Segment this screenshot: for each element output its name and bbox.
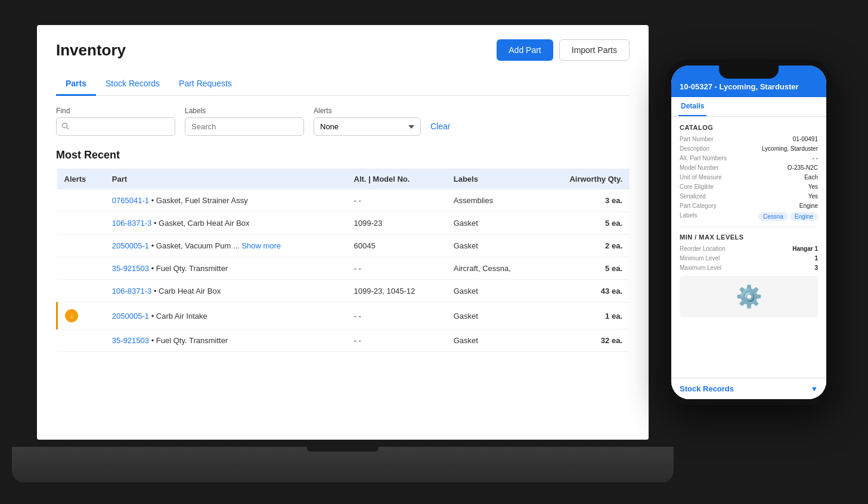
cell-part: 35-921503 • Fuel Qty. Transmitter bbox=[105, 257, 347, 280]
cell-alt-model: 1099-23, 1045-12 bbox=[347, 280, 447, 303]
cell-labels: Gasket bbox=[447, 235, 541, 257]
col-labels: Labels bbox=[447, 169, 541, 189]
table-body: 0765041-1 • Gasket, Fuel Strainer Assy- … bbox=[57, 189, 630, 352]
catalog-divider bbox=[680, 227, 818, 228]
table-row: 35-921503 • Fuel Qty. Transmitter- -Gask… bbox=[57, 329, 630, 352]
cell-qty: 2 ea. bbox=[541, 235, 630, 257]
catalog-field-label: Labels bbox=[680, 212, 697, 221]
col-qty: Airworthy Qty. bbox=[541, 169, 630, 189]
catalog-field-label: Serialized bbox=[680, 193, 706, 200]
part-number-link[interactable]: 2050005-1 bbox=[112, 312, 149, 321]
catalog-field-row: SerializedYes bbox=[680, 193, 818, 200]
find-field: Find bbox=[56, 107, 175, 136]
cell-labels: Gasket bbox=[447, 212, 541, 235]
stock-records-select[interactable]: Stock Records ▼ bbox=[680, 384, 818, 393]
minmax-field-label: Maximum Level bbox=[680, 265, 721, 271]
phone-tab-details[interactable]: Details bbox=[678, 97, 706, 116]
table-row: 106-8371-3 • Carb Heat Air Box1099-23, 1… bbox=[57, 280, 630, 303]
cell-labels: Assemblies bbox=[447, 189, 541, 212]
laptop-device: Inventory Add Part Import Parts Parts St… bbox=[30, 18, 656, 483]
cell-alt-model: - - bbox=[347, 303, 447, 329]
table-row: 35-921503 • Fuel Qty. Transmitter- -Airc… bbox=[57, 257, 630, 280]
part-number-link[interactable]: 35-921503 bbox=[112, 264, 149, 273]
part-number-link[interactable]: 2050005-1 bbox=[112, 241, 149, 250]
cell-labels: Aircraft, Cessna, bbox=[447, 257, 541, 280]
cell-labels: Gasket bbox=[447, 303, 541, 329]
cell-alert bbox=[57, 189, 105, 212]
cell-alt-model: 1099-23 bbox=[347, 212, 447, 235]
app-content: Inventory Add Part Import Parts Parts St… bbox=[37, 25, 649, 440]
phone-content: Catalog Part Number01-00491DescriptionLy… bbox=[671, 117, 826, 378]
cell-part: 106-8371-3 • Gasket, Carb Heat Air Box bbox=[105, 212, 347, 235]
phone-footer[interactable]: Stock Records ▼ bbox=[671, 378, 826, 399]
labels-input[interactable] bbox=[185, 117, 304, 136]
phone-tab-bar: Details bbox=[671, 97, 826, 117]
phone-device: 10-05327 - Lycoming, Starduster Details … bbox=[665, 60, 832, 405]
cell-alt-model: 60045 bbox=[347, 235, 447, 257]
cell-alert bbox=[57, 257, 105, 280]
cell-qty: 3 ea. bbox=[541, 189, 630, 212]
phone-header-title: 10-05327 - Lycoming, Starduster bbox=[680, 82, 799, 91]
table-row: 106-8371-3 • Gasket, Carb Heat Air Box10… bbox=[57, 212, 630, 235]
part-number-link[interactable]: 0765041-1 bbox=[112, 196, 149, 205]
alerts-label: Alerts bbox=[314, 107, 421, 115]
svg-line-1 bbox=[67, 127, 69, 129]
cell-qty: 32 ea. bbox=[541, 329, 630, 352]
minmax-field-row: Reorder LocationHangar 1 bbox=[680, 245, 818, 252]
find-input[interactable] bbox=[56, 117, 175, 136]
part-number-link[interactable]: 106-8371-3 bbox=[112, 219, 152, 228]
app-header: Inventory Add Part Import Parts bbox=[56, 39, 630, 61]
header-actions: Add Part Import Parts bbox=[497, 39, 630, 61]
catalog-field-value: 01-00491 bbox=[793, 136, 818, 142]
cell-alert bbox=[57, 280, 105, 303]
show-more-link[interactable]: Show more bbox=[240, 241, 281, 250]
catalog-field-row: Core EligibleYes bbox=[680, 183, 818, 190]
catalog-field-row: Model NumberO-235-N2C bbox=[680, 164, 818, 171]
cell-part: 2050005-1 • Gasket, Vacuum Pum ... Show … bbox=[105, 235, 347, 257]
svg-point-0 bbox=[63, 123, 67, 127]
catalog-rows: Part Number01-00491DescriptionLycoming, … bbox=[680, 136, 818, 221]
part-number-link[interactable]: 106-8371-3 bbox=[112, 287, 152, 295]
catalog-field-value: Each bbox=[804, 174, 818, 181]
table-row: ↓2050005-1 • Carb Air Intake- -Gasket1 e… bbox=[57, 303, 630, 329]
phone-screen: 10-05327 - Lycoming, Starduster Details … bbox=[671, 66, 826, 399]
minmax-field-value: 1 bbox=[814, 255, 818, 262]
chevron-down-icon: ▼ bbox=[811, 385, 818, 393]
catalog-field-value: Lycoming, Starduster bbox=[762, 145, 818, 152]
tab-bar: Parts Stock Records Part Requests bbox=[56, 73, 630, 96]
add-part-button[interactable]: Add Part bbox=[497, 39, 553, 61]
catalog-field-row: DescriptionLycoming, Starduster bbox=[680, 145, 818, 152]
search-icon bbox=[61, 122, 69, 132]
alerts-select[interactable]: None Low Stock Out of Stock bbox=[314, 117, 421, 136]
cell-qty: 5 ea. bbox=[541, 257, 630, 280]
laptop-screen-bezel: Inventory Add Part Import Parts Parts St… bbox=[30, 18, 656, 447]
cell-part: 106-8371-3 • Carb Heat Air Box bbox=[105, 280, 347, 303]
col-alerts: Alerts bbox=[57, 169, 105, 189]
search-bar: Find Labels Alerts bbox=[56, 107, 630, 136]
table-row: 0765041-1 • Gasket, Fuel Strainer Assy- … bbox=[57, 189, 630, 212]
stock-records-label: Stock Records bbox=[680, 384, 734, 393]
import-parts-button[interactable]: Import Parts bbox=[559, 39, 630, 61]
part-number-link[interactable]: 35-921503 bbox=[112, 336, 149, 345]
phone-notch bbox=[719, 66, 779, 79]
page-title: Inventory bbox=[56, 41, 126, 60]
cell-alert bbox=[57, 329, 105, 352]
tab-part-requests[interactable]: Part Requests bbox=[169, 73, 241, 96]
clear-link[interactable]: Clear bbox=[430, 122, 450, 136]
cell-alert: ↓ bbox=[57, 303, 105, 329]
catalog-field-value: Yes bbox=[808, 183, 818, 190]
catalog-field-row: Alt. Part Numbers- - bbox=[680, 155, 818, 161]
tab-parts[interactable]: Parts bbox=[56, 73, 96, 96]
cell-qty: 1 ea. bbox=[541, 303, 630, 329]
catalog-field-label: Description bbox=[680, 145, 709, 152]
minmax-field-value: Hangar 1 bbox=[792, 245, 818, 252]
cell-qty: 5 ea. bbox=[541, 212, 630, 235]
minmax-field-label: Minimum Level bbox=[680, 255, 720, 262]
catalog-field-value: - - bbox=[813, 155, 818, 161]
engine-icon: ⚙️ bbox=[736, 284, 762, 309]
cell-alt-model: - - bbox=[347, 257, 447, 280]
cell-alert bbox=[57, 212, 105, 235]
catalog-field-label: Alt. Part Numbers bbox=[680, 155, 727, 161]
tab-stock-records[interactable]: Stock Records bbox=[96, 73, 169, 96]
catalog-field-row: LabelsCessnaEngine bbox=[680, 212, 818, 221]
